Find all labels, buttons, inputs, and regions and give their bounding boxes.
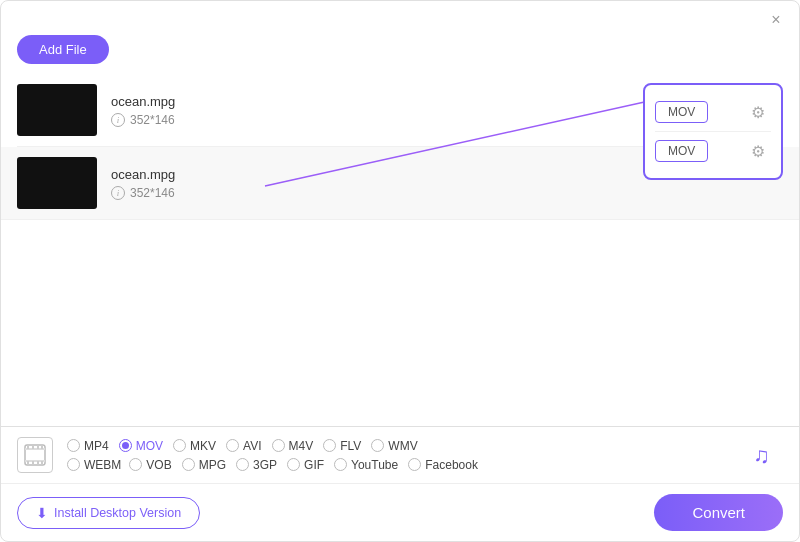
radio-m4v[interactable]: [272, 439, 285, 452]
format-option-webm[interactable]: WEBM: [67, 458, 121, 472]
format-label-vob: VOB: [146, 458, 171, 472]
format-option-avi[interactable]: AVI: [226, 439, 261, 453]
film-icon: [17, 437, 53, 473]
format-option-m4v[interactable]: M4V: [272, 439, 314, 453]
format-option-flv[interactable]: FLV: [323, 439, 361, 453]
radio-wmv[interactable]: [371, 439, 384, 452]
format-selection-box: MOV ⚙ MOV ⚙: [643, 83, 783, 180]
svg-rect-7: [41, 445, 43, 449]
format-label-mov: MOV: [136, 439, 163, 453]
radio-mov[interactable]: [119, 439, 132, 452]
thumbnail-1: [17, 84, 97, 136]
format-label-webm: WEBM: [84, 458, 121, 472]
settings-button-2[interactable]: ⚙: [745, 138, 771, 164]
radio-mkv[interactable]: [173, 439, 186, 452]
svg-rect-11: [41, 461, 43, 465]
format-option-facebook[interactable]: Facebook: [408, 458, 478, 472]
music-icon[interactable]: ♫: [747, 437, 783, 473]
install-button[interactable]: ⬇ Install Desktop Version: [17, 497, 200, 529]
radio-mp4[interactable]: [67, 439, 80, 452]
format-option-gif[interactable]: GIF: [287, 458, 324, 472]
radio-mpg[interactable]: [182, 458, 195, 471]
radio-3gp[interactable]: [236, 458, 249, 471]
format-option-mp4[interactable]: MP4: [67, 439, 109, 453]
close-button[interactable]: ×: [767, 11, 785, 29]
add-file-button[interactable]: Add File: [17, 35, 109, 64]
convert-button[interactable]: Convert: [654, 494, 783, 531]
format-badge-1[interactable]: MOV: [655, 101, 708, 123]
radio-avi[interactable]: [226, 439, 239, 452]
info-icon-2: i: [111, 186, 125, 200]
file-dimensions-2: 352*146: [130, 186, 175, 200]
format-label-mp4: MP4: [84, 439, 109, 453]
format-option-vob[interactable]: VOB: [129, 458, 171, 472]
format-row-2: WEBM VOB MPG 3GP: [67, 458, 737, 472]
format-label-mpg: MPG: [199, 458, 226, 472]
svg-rect-10: [37, 461, 39, 465]
format-label-gif: GIF: [304, 458, 324, 472]
svg-rect-9: [32, 461, 34, 465]
radio-flv[interactable]: [323, 439, 336, 452]
gear-icon-1: ⚙: [751, 103, 765, 122]
format-box-row-2: MOV ⚙: [655, 132, 771, 170]
title-bar: ×: [1, 1, 799, 29]
format-row-1: MP4 MOV MKV AVI: [67, 439, 737, 453]
format-option-3gp[interactable]: 3GP: [236, 458, 277, 472]
svg-text:♫: ♫: [753, 443, 770, 468]
format-option-wmv[interactable]: WMV: [371, 439, 417, 453]
bottom-section: MP4 MOV MKV AVI: [1, 426, 799, 541]
svg-rect-4: [27, 445, 29, 449]
bottom-bar: ⬇ Install Desktop Version Convert: [1, 484, 799, 541]
format-option-mpg[interactable]: MPG: [182, 458, 226, 472]
format-options-container: MP4 MOV MKV AVI: [67, 439, 737, 472]
radio-vob[interactable]: [129, 458, 142, 471]
thumbnail-2: [17, 157, 97, 209]
settings-button-1[interactable]: ⚙: [745, 99, 771, 125]
svg-rect-6: [37, 445, 39, 449]
format-label-wmv: WMV: [388, 439, 417, 453]
file-dimensions-1: 352*146: [130, 113, 175, 127]
format-badge-2[interactable]: MOV: [655, 140, 708, 162]
format-label-flv: FLV: [340, 439, 361, 453]
format-box-row-1: MOV ⚙: [655, 93, 771, 132]
download-icon: ⬇: [36, 505, 48, 521]
format-selector: MP4 MOV MKV AVI: [1, 427, 799, 484]
install-label: Install Desktop Version: [54, 506, 181, 520]
file-meta-2: i 352*146: [111, 186, 783, 200]
toolbar: Add File: [1, 29, 799, 74]
radio-webm[interactable]: [67, 458, 80, 471]
gear-icon-2: ⚙: [751, 142, 765, 161]
radio-youtube[interactable]: [334, 458, 347, 471]
radio-facebook[interactable]: [408, 458, 421, 471]
format-label-3gp: 3GP: [253, 458, 277, 472]
format-label-avi: AVI: [243, 439, 261, 453]
svg-rect-8: [27, 461, 29, 465]
format-label-facebook: Facebook: [425, 458, 478, 472]
format-label-m4v: M4V: [289, 439, 314, 453]
format-label-mkv: MKV: [190, 439, 216, 453]
info-icon-1: i: [111, 113, 125, 127]
format-option-mov[interactable]: MOV: [119, 439, 163, 453]
svg-rect-5: [32, 445, 34, 449]
main-window: × Add File MOV ⚙ MOV ⚙ ocean.mpg: [0, 0, 800, 542]
format-label-youtube: YouTube: [351, 458, 398, 472]
format-option-youtube[interactable]: YouTube: [334, 458, 398, 472]
format-option-mkv[interactable]: MKV: [173, 439, 216, 453]
radio-gif[interactable]: [287, 458, 300, 471]
